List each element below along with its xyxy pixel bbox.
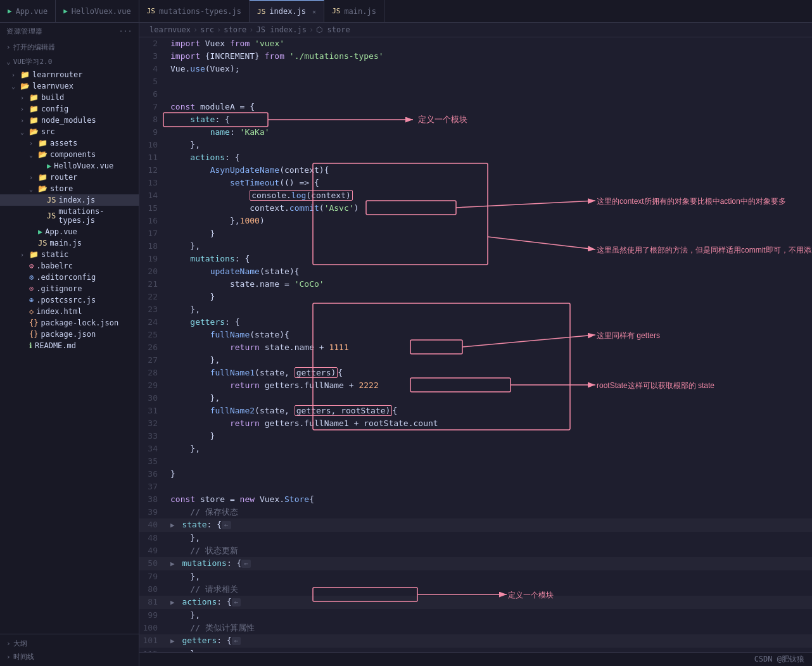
tab-index-js[interactable]: JS index.js ✕ xyxy=(250,0,324,22)
vue-icon: ▶ xyxy=(63,7,68,15)
postcss-icon: ⊕ xyxy=(29,296,34,305)
line-row: 4 Vue.use(Vuex); xyxy=(139,63,812,75)
line-number: 29 xyxy=(139,379,168,392)
line-row: 20 updateName(state){ xyxy=(139,265,812,278)
line-number: 16 xyxy=(139,215,168,227)
sidebar-item-gitignore[interactable]: ⊙ .gitignore xyxy=(0,283,139,294)
tab-app-vue[interactable]: ▶ App.vue xyxy=(0,0,56,22)
footer-outline[interactable]: › 大纲 xyxy=(0,637,139,650)
status-bar: CSDN @肥钛狼 xyxy=(139,652,812,666)
tab-hello-vuex[interactable]: ▶ HelloVuex.vue xyxy=(56,0,139,22)
tab-close-icon[interactable]: ✕ xyxy=(312,8,316,15)
sidebar-item-static[interactable]: › 📁 static xyxy=(0,249,139,260)
folder-icon: 📂 xyxy=(20,82,30,91)
line-number: 18 xyxy=(139,240,168,253)
sidebar-item-package-json[interactable]: {} package.json xyxy=(0,329,139,340)
sidebar-item-editorconfig[interactable]: ⚙ .editorconfig xyxy=(0,272,139,283)
line-number: 4 xyxy=(139,63,168,75)
line-row: 12 AsynUpdateName(context){ xyxy=(139,164,812,177)
chevron-right-icon: › xyxy=(29,140,35,147)
line-number: 79 xyxy=(139,570,168,583)
sidebar-item-src[interactable]: ⌄ 📂 src xyxy=(0,126,139,137)
folder-icon: 📁 xyxy=(29,93,39,102)
sidebar-item-router[interactable]: › 📁 router xyxy=(0,172,139,183)
line-row: 7 const moduleA = { xyxy=(139,101,812,113)
sidebar-item-config[interactable]: › 📁 config xyxy=(0,103,139,115)
sidebar-item-hello-vuex-vue[interactable]: ▶ HelloVuex.vue xyxy=(0,160,139,172)
line-number: 14 xyxy=(139,189,168,202)
line-code: }, xyxy=(168,354,812,367)
folder-icon: 📂 xyxy=(38,184,48,193)
line-code: state.name = 'CoCo' xyxy=(168,278,812,291)
line-number: 49 xyxy=(139,544,168,557)
footer-timeline[interactable]: › 时间线 xyxy=(0,650,139,663)
tab-main-js[interactable]: JS main.js xyxy=(324,0,384,22)
line-number: 25 xyxy=(139,329,168,341)
code-container[interactable]: 定义一个模块 这里的context所拥有的对象要比根中action中的对象要多 … xyxy=(139,37,812,652)
line-row: 3 import {INCREMENT} from './mutations-t… xyxy=(139,50,812,63)
folder-icon: 📁 xyxy=(29,116,39,125)
line-number: 10 xyxy=(139,139,168,151)
tab-label: main.js xyxy=(344,7,376,16)
tab-mutations-types[interactable]: JS mutations-types.js xyxy=(139,0,250,22)
babelrc-icon: ⚙ xyxy=(29,261,34,270)
chevron-down-icon: ⌄ xyxy=(29,151,35,158)
breadcrumb-file: JS index.js xyxy=(257,25,307,34)
line-code: ▶ getters: {← xyxy=(168,634,812,648)
line-row: 100 // 类似计算属性 xyxy=(139,622,812,634)
line-row: 23 }, xyxy=(139,303,812,316)
sidebar-item-readme[interactable]: ℹ README.md xyxy=(0,340,139,351)
sidebar-item-app-vue[interactable]: ▶ App.vue xyxy=(0,226,139,237)
line-row: 80 // 请求相关 xyxy=(139,583,812,596)
line-number: 26 xyxy=(139,341,168,354)
line-code: return getters.fullName + 2222 xyxy=(168,379,812,392)
js-icon: JS xyxy=(147,7,155,15)
line-number: 40 xyxy=(139,518,168,532)
line-number: 101 xyxy=(139,634,168,648)
line-number: 33 xyxy=(139,430,168,443)
sidebar-item-mutations-types-js[interactable]: JS mutations-types.js xyxy=(0,206,139,226)
sidebar-project[interactable]: ⌄ VUE学习2.0 xyxy=(0,54,139,69)
line-row-fold: 101 ▶ getters: {← xyxy=(139,634,812,648)
sidebar-item-main-js[interactable]: JS main.js xyxy=(0,237,139,249)
sidebar-item-babelrc[interactable]: ⚙ .babelrc xyxy=(0,260,139,272)
line-row: 29 return getters.fullName + 2222 xyxy=(139,379,812,392)
line-number: 5 xyxy=(139,75,168,88)
sidebar-item-assets[interactable]: › 📁 assets xyxy=(0,137,139,149)
sidebar-item-learnrouter[interactable]: › 📁 learnrouter xyxy=(0,69,139,80)
sidebar-item-learnvuex[interactable]: ⌄ 📂 learnvuex xyxy=(0,80,139,92)
line-code: return state.name + 1111 xyxy=(168,341,812,354)
sidebar-item-index-js[interactable]: JS index.js xyxy=(0,194,139,206)
sidebar-item-index-html[interactable]: ◇ index.html xyxy=(0,306,139,317)
chevron-icon: › xyxy=(6,43,11,51)
line-row: 28 fullName1(state, getters){ xyxy=(139,367,812,379)
line-number: 6 xyxy=(139,88,168,101)
sidebar-item-postcssrc[interactable]: ⊕ .postcssrc.js xyxy=(0,294,139,306)
line-code: ▶ mutations: {← xyxy=(168,557,812,570)
line-row: 22 } xyxy=(139,291,812,303)
sidebar-item-package-lock[interactable]: {} package-lock.json xyxy=(0,317,139,329)
sidebar-item-node-modules[interactable]: › 📁 node_modules xyxy=(0,115,139,126)
line-row: 2 import Vuex from 'vuex' xyxy=(139,37,812,50)
line-row: 5 xyxy=(139,75,812,88)
line-code: fullName(state){ xyxy=(168,329,812,341)
chevron-down-icon: ⌄ xyxy=(20,129,27,135)
sidebar-menu-icon[interactable]: ··· xyxy=(119,27,132,35)
line-code: } xyxy=(168,468,812,481)
line-row: 35 xyxy=(139,455,812,468)
watermark: CSDN @肥钛狼 xyxy=(754,654,804,665)
line-number: 48 xyxy=(139,532,168,544)
line-code: name: 'KaKa' xyxy=(168,126,812,139)
line-number: 34 xyxy=(139,443,168,455)
line-code: return getters.fullName1 + rootState.cou… xyxy=(168,417,812,430)
line-row: 48 }, xyxy=(139,532,812,544)
sidebar-open-editors[interactable]: › 打开的编辑器 xyxy=(0,40,139,54)
sidebar-item-store[interactable]: ⌄ 📂 store xyxy=(0,183,139,194)
html-icon: ◇ xyxy=(29,307,34,316)
line-code xyxy=(168,88,812,101)
sidebar-item-build[interactable]: › 📁 build xyxy=(0,92,139,103)
vue-icon: ▶ xyxy=(8,7,12,15)
sidebar-item-components[interactable]: ⌄ 📂 components xyxy=(0,149,139,160)
folder-icon: 📁 xyxy=(29,104,39,113)
line-code: ▶ actions: {← xyxy=(168,596,812,609)
